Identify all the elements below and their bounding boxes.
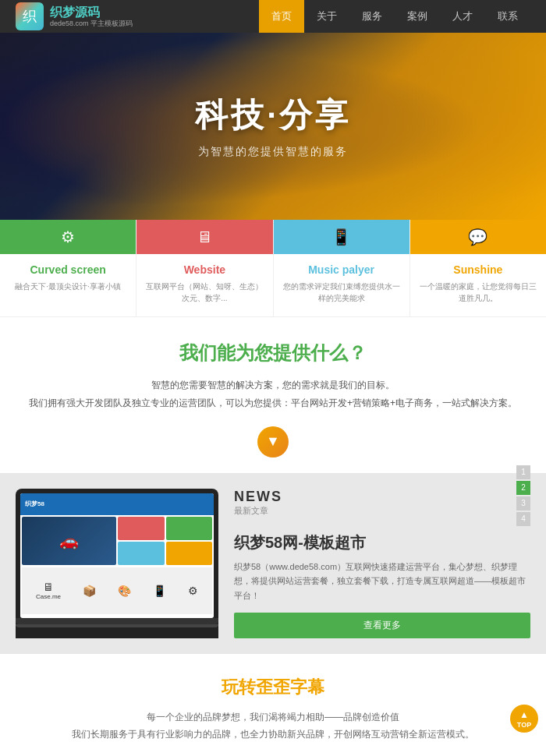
news-page-4[interactable]: 4: [516, 512, 530, 526]
laptop-screen-bar: 织梦58: [20, 493, 214, 515]
feature-music-desc: 您的需求评定我们束缚您提供水一样的完美能求: [283, 281, 400, 304]
screen-logo: 织梦58: [25, 500, 44, 508]
logo-text: 织梦源码 dede58.com 平主模板源码: [50, 5, 133, 28]
icon-group-2: 📦: [83, 585, 96, 597]
feature-sunshine-content: Sunshine 一个温暖的家庭，让您觉得每日三道胜凡几。: [410, 254, 546, 316]
feature-website-title: Website: [146, 263, 263, 276]
laptop-bottom-icons: 🖥Case.me 📦 🎨 📱 ⚙: [22, 567, 212, 614]
grid-cell-4: [166, 542, 213, 565]
news-pagination: 1 2 3 4: [516, 465, 530, 526]
news-sublabel: 最新文章: [234, 505, 282, 517]
news-laptop-preview: 织梦58 🚗 🖥Case.me 📦: [16, 489, 218, 638]
grid-cell-3: [118, 542, 165, 565]
grid-cell-2: [166, 517, 213, 540]
news-right-panel: NEWS 最新文章 1 2 3 4 织梦58网-模板超市 织梦58（www.de…: [234, 489, 530, 638]
laptop-foot: [16, 624, 218, 627]
logo: 织 织梦源码 dede58.com 平主模板源码: [16, 2, 133, 30]
nav-item-service[interactable]: 服务: [349, 0, 395, 33]
feature-curved-desc: 融合天下·最顶尖设计·享著小镇: [15, 281, 121, 292]
feature-website[interactable]: 🖥 Website 互联网平台（网站、知呀、生态）次元、数字...: [136, 220, 272, 316]
feature-website-icon-bar: 🖥: [136, 220, 272, 254]
news-body: 织梦58（www.dede58.com）互联网快速搭建运营平台，集心梦想、织梦理…: [234, 560, 530, 603]
hero-title: 科技·分享: [195, 94, 351, 137]
feature-music-icon-bar: 📱: [274, 220, 410, 254]
top-label: TOP: [517, 721, 531, 729]
feature-sunshine[interactable]: 💬 Sunshine 一个温暖的家庭，让您觉得每日三道胜凡几。: [410, 220, 546, 316]
feature-curved-content: Curved screen 融合天下·最顶尖设计·享著小镇: [5, 254, 130, 305]
features-section: ⚙ Curved screen 融合天下·最顶尖设计·享著小镇 🖥 Websit…: [0, 220, 546, 317]
icon-group-5: ⚙: [188, 585, 198, 597]
news-page-2[interactable]: 2: [516, 481, 530, 495]
feature-music-title: Music palyer: [283, 263, 400, 276]
logo-main: 织梦源码: [50, 5, 133, 19]
feature-website-content: Website 互联网平台（网站、知呀、生态）次元、数字...: [136, 254, 272, 316]
phone-icon: 📱: [332, 228, 351, 246]
nav-item-about[interactable]: 关于: [304, 0, 349, 33]
marquee-section: 玩转歪歪字幕 每一个企业的品牌梦想，我们渴将竭力相助——品牌创造价值 我们长期服…: [0, 654, 546, 756]
gear-icon: ⚙: [61, 228, 75, 246]
feature-curved[interactable]: ⚙ Curved screen 融合天下·最顶尖设计·享著小镇: [0, 220, 136, 316]
hero-subtitle: 为智慧的您提供智慧的服务: [198, 145, 348, 159]
icon-group-3: 🎨: [118, 585, 131, 597]
laptop-img-cars: 🚗: [22, 517, 116, 565]
what-title: 我们能为您提供什么？: [16, 341, 530, 366]
feature-sunshine-icon-bar: 💬: [410, 220, 546, 254]
news-header-labels: NEWS 最新文章: [234, 489, 282, 523]
chat-icon: 💬: [468, 228, 488, 246]
news-page-1[interactable]: 1: [516, 465, 530, 479]
nav-item-home[interactable]: 首页: [259, 0, 304, 33]
hero-banner: 科技·分享 为智慧的您提供智慧的服务: [0, 33, 546, 220]
marquee-desc-line1: 每一个企业的品牌梦想，我们渴将竭力相助——品牌创造价值: [16, 708, 530, 726]
news-more-button[interactable]: 查看更多: [234, 613, 530, 638]
what-section: 我们能为您提供什么？ 智慧的您需要智慧的解决方案，您的需求就是我们的目标。 我们…: [0, 317, 546, 473]
arrow-up-icon: ▲: [519, 709, 529, 720]
arrow-down-button[interactable]: ▼: [257, 426, 289, 457]
nav-item-talent[interactable]: 人才: [440, 0, 485, 33]
news-header-row: NEWS 最新文章 1 2 3 4: [234, 489, 530, 526]
laptop-content: 🚗 🖥Case.me 📦 🎨: [20, 515, 214, 616]
icon-group: 🖥Case.me: [36, 581, 61, 600]
chevron-down-icon: ▼: [266, 433, 280, 450]
feature-curved-title: Curved screen: [15, 263, 121, 276]
laptop-screen: 织梦58 🚗 🖥Case.me 📦: [20, 493, 214, 618]
header: 织 织梦源码 dede58.com 平主模板源码 首页 关于 服务 案例 人才 …: [0, 0, 546, 33]
news-main-title: 织梦58网-模板超市: [234, 532, 530, 553]
laptop-base: [16, 618, 218, 624]
icon-group-4: 📱: [153, 585, 166, 597]
marquee-title: 玩转歪歪字幕: [16, 676, 530, 699]
news-section: 织梦58 🚗 🖥Case.me 📦: [0, 473, 546, 654]
feature-sunshine-title: Sunshine: [420, 263, 537, 276]
feature-music[interactable]: 📱 Music palyer 您的需求评定我们束缚您提供水一样的完美能求: [273, 220, 410, 316]
main-nav: 首页 关于 服务 案例 人才 联系: [259, 0, 530, 33]
nav-item-case[interactable]: 案例: [395, 0, 440, 33]
feature-music-content: Music palyer 您的需求评定我们束缚您提供水一样的完美能求: [274, 254, 410, 316]
marquee-desc: 每一个企业的品牌梦想，我们渴将竭力相助——品牌创造价值 我们长期服务于具有行业影…: [16, 708, 530, 744]
what-desc-line2: 我们拥有强大开发团队及独立专业的运营团队，可以为您提供：平台网站开发+营销策略+…: [16, 394, 530, 412]
laptop-img-grid: [118, 517, 212, 565]
marquee-desc-line2: 我们长期服务于具有行业影响力的品牌，也全力协助新兴品牌，开创网络互动营销全新运营…: [16, 726, 530, 744]
feature-curved-icon-bar: ⚙: [0, 220, 136, 254]
nav-item-contact[interactable]: 联系: [485, 0, 530, 33]
what-desc: 智慧的您需要智慧的解决方案，您的需求就是我们的目标。 我们拥有强大开发团队及独立…: [16, 376, 530, 412]
what-desc-line1: 智慧的您需要智慧的解决方案，您的需求就是我们的目标。: [16, 376, 530, 394]
news-page-3[interactable]: 3: [516, 496, 530, 510]
logo-icon: 织: [16, 2, 44, 30]
news-label: NEWS: [234, 489, 282, 505]
feature-sunshine-desc: 一个温暖的家庭，让您觉得每日三道胜凡几。: [420, 281, 537, 304]
back-to-top-button[interactable]: ▲ TOP: [510, 705, 538, 733]
grid-cell-1: [118, 517, 165, 540]
logo-sub: dede58.com 平主模板源码: [50, 19, 133, 28]
feature-website-desc: 互联网平台（网站、知呀、生态）次元、数字...: [146, 281, 263, 304]
monitor-icon: 🖥: [197, 228, 212, 246]
